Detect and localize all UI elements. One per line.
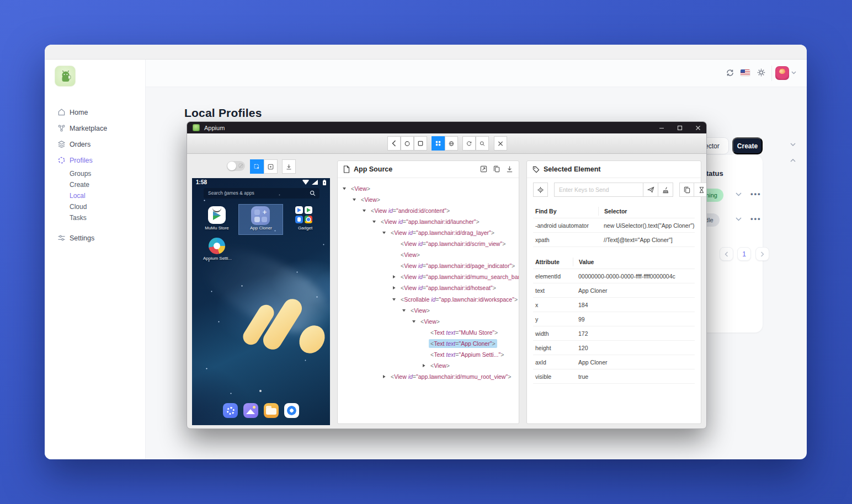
tree-node-text-appium-setti-[interactable]: <Text text="Appium Setti..."> [422, 349, 505, 360]
android-robot-icon [57, 68, 74, 85]
download-screenshot-icon[interactable] [282, 159, 296, 174]
send-keys-input[interactable] [554, 183, 643, 197]
key-cell: xpath [533, 237, 598, 243]
web-mode-globe-icon[interactable] [445, 136, 458, 151]
caret-right-icon[interactable] [392, 275, 399, 279]
caret-down-icon[interactable] [402, 308, 409, 313]
device-home-button[interactable] [401, 136, 414, 151]
caret-down-icon[interactable] [352, 197, 359, 202]
copy-icon[interactable] [493, 165, 500, 173]
tree-node-scrollable-app-lawnchair-id-workspace[interactable]: <Scrollable id="app.lawnchair:id/workspa… [392, 294, 519, 305]
tree-node-view-app-lawnchair-id-scrim-view[interactable]: <View id="app.lawnchair:id/scrim_view"> [392, 238, 507, 249]
column-header: Value [573, 258, 695, 266]
tree-node-view-app-lawnchair-id-page-indicator[interactable]: <View id="app.lawnchair:id/page_indicato… [392, 260, 516, 271]
mac-titlebar [45, 45, 807, 60]
us-flag-icon[interactable] [741, 69, 750, 76]
clear-element-broom-icon[interactable] [658, 183, 673, 197]
tap-coordinates-mode-icon[interactable] [264, 159, 278, 174]
attributes-table: AttributeValueelementId00000000-0000-000… [533, 255, 695, 384]
tree-node-view[interactable]: <View> [352, 194, 382, 205]
tree-node-view-app-lawnchair-id-drag-layer[interactable]: <View id="app.lawnchair:id/drag_layer"> [382, 227, 496, 238]
status-bar: 1:58 [192, 178, 330, 186]
caret-right-icon[interactable] [392, 286, 399, 290]
sidebar-item-label: Settings [70, 234, 94, 242]
refresh-icon[interactable] [726, 68, 734, 77]
row-chevron-down-icon[interactable] [736, 192, 742, 196]
tree-node-view[interactable]: <View> [402, 305, 432, 316]
value-cell: 120 [573, 345, 695, 351]
appium-app-icon [193, 124, 200, 131]
refresh-source-icon[interactable] [462, 136, 476, 151]
device-overview-button[interactable] [414, 136, 427, 151]
value-cell: 00000000-0000-0000-ffff-ffff0000004c [573, 273, 695, 280]
row-more-icon[interactable]: ••• [750, 190, 762, 198]
caret-down-icon[interactable] [342, 186, 349, 191]
maximize-button[interactable] [672, 122, 688, 133]
open-in-new-icon[interactable] [480, 165, 487, 173]
tree-node-text-mumu-store[interactable]: <Text text="MuMu Store"> [422, 327, 499, 338]
tree-node-text-app-cloner[interactable]: <Text text="App Cloner"> [422, 338, 497, 349]
key-cell: height [533, 345, 573, 351]
download-source-icon[interactable] [506, 165, 513, 173]
native-mode-grid-icon[interactable] [432, 136, 445, 151]
chevron-down-icon[interactable] [791, 71, 796, 74]
tree-node-view-app-lawnchair-id-mumu-root-view[interactable]: <View id="app.lawnchair:id/mumu_root_vie… [382, 371, 513, 382]
pagination-page-1[interactable]: 1 [737, 247, 751, 261]
copy-attributes-icon[interactable] [679, 183, 694, 197]
tree-node-view-app-lawnchair-id-launcher[interactable]: <View id="app.lawnchair:id/launcher"> [372, 216, 481, 227]
main-header [146, 60, 807, 87]
key-cell: axId [533, 359, 573, 366]
tree-node-view-app-lawnchair-id-hotseat[interactable]: <View id="app.lawnchair:id/hotseat"> [392, 282, 498, 293]
minimize-button[interactable] [653, 122, 670, 133]
pagination-next-button[interactable] [755, 247, 769, 261]
attribute-row-text: textApp Cloner [533, 283, 695, 298]
app-label: Gadget [298, 226, 312, 230]
app-label: Appium Setti... [203, 256, 232, 261]
gallery-app-icon [243, 403, 258, 418]
caret-right-icon[interactable] [382, 374, 389, 379]
key-cell: visible [533, 373, 573, 380]
selected-element-actions [533, 183, 707, 197]
value-cell: 99 [573, 316, 695, 323]
tree-node-view[interactable]: <View> [342, 183, 372, 194]
row-more-icon[interactable]: ••• [750, 215, 762, 223]
tree-node-view-app-lawnchair-id-mumu-search-bar[interactable]: <View id="app.lawnchair:id/mumu_search_b… [392, 271, 519, 282]
tag-icon [532, 166, 540, 173]
caret-down-icon[interactable] [392, 297, 399, 302]
row-chevron-down-icon[interactable] [736, 217, 742, 221]
send-keys-icon[interactable] [643, 183, 658, 197]
key-cell: -android uiautomator [533, 222, 598, 229]
appium-titlebar[interactable]: Appium [187, 122, 706, 133]
create-button[interactable]: Create [732, 137, 763, 154]
chevron-up-icon [790, 159, 796, 162]
caret-down-icon[interactable] [382, 230, 389, 235]
find-by-row-xpath: xpath//Text[@text="App Cloner"] [533, 233, 695, 247]
avatar[interactable] [775, 66, 789, 80]
tap-element-target-icon[interactable] [533, 183, 548, 197]
battery-icon [323, 180, 326, 185]
select-elements-mode-icon[interactable] [250, 159, 264, 174]
caret-down-icon[interactable] [372, 219, 379, 224]
device-back-button[interactable] [387, 136, 401, 151]
tree-node-view[interactable]: <View> [392, 249, 422, 260]
key-cell: text [533, 287, 573, 294]
device-screenshot[interactable]: 1:58 Search games & apps MuMu Store + Ap… [192, 178, 330, 425]
wait-hourglass-icon[interactable] [694, 183, 707, 197]
caret-down-icon[interactable] [412, 319, 419, 324]
column-header: Attribute [533, 259, 573, 265]
tree-node-view[interactable]: <View> [412, 316, 441, 327]
pagination-prev-button[interactable] [720, 247, 733, 261]
toggle-knob [227, 162, 236, 170]
value-cell: App Cloner [573, 359, 695, 366]
app-logo-android [55, 66, 76, 87]
sun-icon[interactable] [757, 68, 765, 77]
quit-session-close-icon[interactable] [494, 136, 507, 151]
tree-node-view-android-id-content[interactable]: <View id="android:id/content"> [362, 205, 451, 216]
caret-down-icon[interactable] [362, 208, 369, 213]
screenshot-toggle[interactable] [227, 161, 245, 171]
window-close-icon[interactable] [690, 122, 706, 133]
search-icon[interactable] [476, 136, 489, 151]
caret-right-icon[interactable] [422, 363, 429, 368]
tree-node-view[interactable]: <View> [422, 360, 451, 371]
sidebar-item-home[interactable]: Home [45, 104, 807, 120]
